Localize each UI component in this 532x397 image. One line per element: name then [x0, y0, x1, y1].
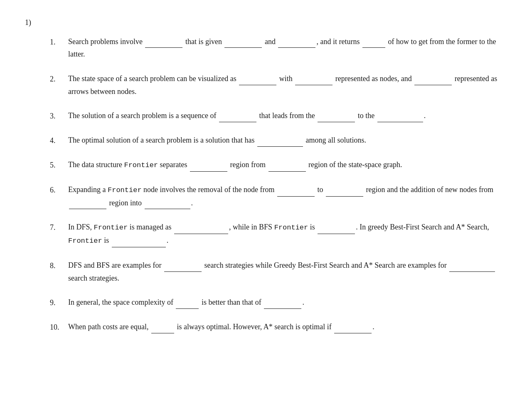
fill-blank[interactable] — [224, 39, 262, 48]
text-segment: , and it returns — [316, 37, 361, 46]
text-segment: is always optimal. However, A* search is… — [175, 323, 333, 331]
fill-blank[interactable] — [414, 76, 452, 85]
fill-blank[interactable] — [326, 187, 363, 197]
text-segment: to — [315, 185, 325, 194]
text-segment: is — [308, 223, 317, 231]
question-number: 9. — [50, 296, 68, 309]
code-term: Frontier — [124, 161, 158, 169]
text-segment: to the — [356, 111, 377, 120]
question-text: When path costs are equal, is always opt… — [68, 321, 507, 333]
fill-blank[interactable] — [176, 300, 199, 309]
text-segment: is managed as — [128, 223, 173, 231]
question-number: 4. — [50, 134, 68, 147]
text-segment: DFS and BFS are examples for — [68, 261, 163, 269]
text-segment: that is given — [183, 37, 224, 46]
fill-blank[interactable] — [145, 39, 182, 48]
question-item: 4.The optimal solution of a search probl… — [50, 134, 507, 147]
text-segment: . — [372, 323, 374, 331]
question-text: The optimal solution of a search problem… — [68, 134, 507, 147]
fill-blank[interactable] — [278, 39, 315, 48]
text-segment: The state space of a search problem can … — [68, 74, 238, 83]
text-segment: Expanding a — [68, 185, 108, 194]
question-list: 1.Search problems involve that is given … — [50, 35, 507, 333]
text-segment: . — [302, 298, 304, 306]
fill-blank[interactable] — [112, 238, 166, 247]
question-text: The data structure Frontier separates re… — [68, 158, 507, 172]
fill-blank[interactable] — [277, 187, 315, 197]
question-number: 5. — [50, 158, 68, 171]
question-text: The state space of a search problem can … — [68, 72, 507, 98]
text-segment: and — [263, 37, 277, 46]
question-item: 8.DFS and BFS are examples for search st… — [50, 259, 507, 284]
text-segment: with — [277, 74, 294, 83]
code-term: Frontier — [108, 186, 142, 194]
fill-blank[interactable] — [257, 138, 303, 147]
fill-blank[interactable] — [239, 76, 276, 85]
fill-blank[interactable] — [69, 200, 106, 209]
code-term: Frontier — [68, 237, 102, 245]
text-segment: The solution of a search problem is a se… — [68, 111, 218, 120]
fill-blank[interactable] — [377, 113, 423, 122]
text-segment: region from — [228, 160, 267, 169]
text-segment: among all solutions. — [304, 136, 366, 144]
code-term: Frontier — [94, 224, 128, 232]
text-segment: region into — [107, 199, 144, 207]
question-item: 7.In DFS, Frontier is managed as , while… — [50, 221, 507, 247]
fill-blank[interactable] — [151, 324, 174, 333]
text-segment: is better than that of — [200, 298, 263, 306]
question-number: 3. — [50, 109, 68, 122]
question-item: 9.In general, the space complexity of is… — [50, 296, 507, 309]
question-item: 3.The solution of a search problem is a … — [50, 109, 507, 122]
question-text: The solution of a search problem is a se… — [68, 109, 507, 122]
text-segment: . — [191, 199, 193, 207]
text-segment: In general, the space complexity of — [68, 298, 175, 306]
text-segment: region of the state-space graph. — [307, 160, 402, 169]
question-header: 1) — [25, 17, 507, 29]
question-text: In DFS, Frontier is managed as , while i… — [68, 221, 507, 247]
fill-blank[interactable] — [268, 163, 306, 172]
fill-blank[interactable] — [264, 300, 301, 309]
text-segment: , while in BFS — [229, 223, 274, 231]
question-number: 10. — [50, 321, 68, 333]
text-segment: represented as nodes, and — [333, 74, 414, 83]
fill-blank[interactable] — [174, 225, 228, 234]
question-item: 6.Expanding a Frontier node involves the… — [50, 183, 507, 209]
code-term: Frontier — [274, 224, 308, 232]
text-segment: separates — [158, 160, 189, 169]
text-segment: node involves the removal of the node fr… — [142, 185, 276, 194]
question-item: 10.When path costs are equal, is always … — [50, 321, 507, 333]
question-text: In general, the space complexity of is b… — [68, 296, 507, 309]
question-number: 2. — [50, 72, 68, 85]
question-text: DFS and BFS are examples for search stra… — [68, 259, 507, 284]
question-item: 2.The state space of a search problem ca… — [50, 72, 507, 98]
fill-blank[interactable] — [362, 39, 385, 48]
question-number: 7. — [50, 221, 68, 234]
fill-blank[interactable] — [334, 324, 372, 333]
question-number: 6. — [50, 183, 68, 196]
fill-blank[interactable] — [190, 163, 227, 172]
fill-blank[interactable] — [449, 263, 495, 272]
fill-blank[interactable] — [295, 76, 332, 85]
question-number: 8. — [50, 259, 68, 272]
question-text: Search problems involve that is given an… — [68, 35, 507, 61]
fill-blank[interactable] — [318, 113, 355, 122]
fill-blank[interactable] — [318, 225, 355, 234]
question-item: 1.Search problems involve that is given … — [50, 35, 507, 61]
text-segment: that leads from the — [257, 111, 317, 120]
question-number: 1. — [50, 35, 68, 48]
text-segment: region and the addition of new nodes fro… — [364, 185, 493, 194]
header-number: 1) — [25, 17, 42, 29]
text-segment: search strategies while Greedy Best-Firs… — [202, 261, 448, 269]
text-segment: . — [424, 111, 426, 120]
text-segment: . — [167, 236, 169, 244]
question-item: 5.The data structure Frontier separates … — [50, 158, 507, 172]
text-segment: The optimal solution of a search problem… — [68, 136, 256, 144]
text-segment: is — [102, 236, 111, 244]
text-segment: . In greedy Best-First Search and A* Sea… — [356, 223, 489, 231]
text-segment: search strategies. — [68, 274, 119, 282]
fill-blank[interactable] — [164, 263, 202, 272]
fill-blank[interactable] — [219, 113, 256, 122]
fill-blank[interactable] — [145, 200, 190, 209]
text-segment: In DFS, — [68, 223, 94, 231]
question-text: Expanding a Frontier node involves the r… — [68, 183, 507, 209]
